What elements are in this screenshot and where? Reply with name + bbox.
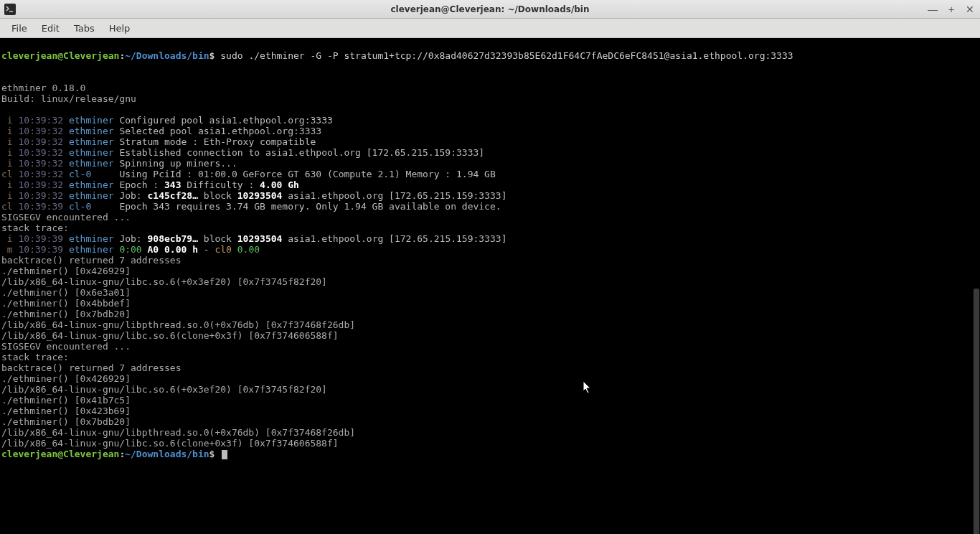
ctx: ethminer [69,190,114,201]
cat: i [1,136,13,147]
trace: /lib/x86_64-linux-gnu/libc.so.6(clone+0x… [1,438,339,449]
trace: /lib/x86_64-linux-gnu/libpthread.so.0(+0… [1,319,355,330]
trace: ./ethminer() [0x426929] [1,373,131,384]
trace: ./ethminer() [0x41b7c5] [1,395,131,406]
log-line: Configured pool asia1.ethpool.org:3333 [119,115,332,126]
metric-bold: 0.00 h [159,244,198,255]
metric: 0:00 [119,244,141,255]
trace: ./ethminer() [0x6e3a01] [1,287,131,298]
log-bold: 343 [164,179,181,190]
trace: /lib/x86_64-linux-gnu/libc.so.6(clone+0x… [1,330,339,341]
trace: /lib/x86_64-linux-gnu/libc.so.6(+0x3ef20… [1,384,327,395]
prompt-dollar: $ [209,50,215,61]
ctx: ethminer [69,158,114,169]
ts: 10:39:32 [18,115,63,126]
trace: ./ethminer() [0x7bdb20] [1,309,131,319]
trace: ./ethminer() [0x426929] [1,266,131,276]
log-line: Spinning up miners... [119,158,237,169]
scrollbar-thumb[interactable] [974,289,979,534]
backtrace-line: backtrace() returned 7 addresses [1,255,181,266]
ctx: ethminer [69,233,114,244]
log-line: Epoch : [119,179,164,190]
metric: cl0 [215,244,231,255]
stack-trace-label: stack trace: [1,222,69,233]
metric: 0.00 [232,244,260,255]
ts: 10:39:39 [18,233,63,244]
trace: /lib/x86_64-linux-gnu/libpthread.so.0(+0… [1,427,355,438]
ts: 10:39:32 [18,147,63,158]
command-text: sudo ./ethminer -G -P stratum1+tcp://0x8… [220,50,793,61]
menu-edit[interactable]: Edit [34,20,67,37]
log-line: block [198,233,237,244]
prompt-path: ~/Downloads/bin [125,50,209,61]
ctx: ethminer [69,147,114,158]
ctx: ethminer [69,115,114,126]
cat: cl [1,201,13,212]
cat: i [1,190,13,201]
log-line: - [198,244,215,255]
ts: 10:39:39 [18,201,63,212]
prompt-user-host: cleverjean@Cleverjean [1,449,119,459]
cat: i [1,233,13,244]
cat: cl [1,169,13,179]
log-bold: 10293504 [237,233,283,244]
cat: i [1,126,13,136]
ctx: ethminer [69,126,114,136]
cat: m [1,244,13,255]
log-line: Epoch 343 requires 3.74 GB memory. Only … [119,201,501,212]
stack-trace-label: stack trace: [1,352,69,362]
log-line: Selected pool asia1.ethpool.org:3333 [119,126,321,136]
close-button[interactable]: ✕ [963,3,977,16]
log-bold: 908ecb79… [148,233,198,244]
ts: 10:39:32 [18,158,63,169]
log-line: asia1.ethpool.org [172.65.215.159:3333] [282,233,507,244]
ctx: cl-0 [69,169,114,179]
menu-bar: File Edit Tabs Help [0,19,980,38]
menu-file[interactable]: File [4,20,34,37]
trace: ./ethminer() [0x7bdb20] [1,416,131,427]
cat: i [1,115,13,126]
menu-tabs[interactable]: Tabs [67,20,102,37]
backtrace-line: backtrace() returned 7 addresses [1,362,181,373]
prompt-dollar: $ [209,449,215,459]
ts: 10:39:32 [18,126,63,136]
trace: ./ethminer() [0x4bbdef] [1,298,131,309]
ctx: ethminer [69,179,114,190]
ctx: cl-0 [69,201,114,212]
sigsegv: SIGSEGV encountered ... [1,212,131,222]
cursor-block [222,450,227,459]
cat: i [1,147,13,158]
menu-help[interactable]: Help [102,20,138,37]
log-line: asia1.ethpool.org [172.65.215.159:3333] [282,190,507,201]
metric-bold: A0 [142,244,159,255]
window-titlebar: cleverjean@Cleverjean: ~/Downloads/bin —… [0,0,980,19]
cat: i [1,179,13,190]
header-version: ethminer 0.18.0 [1,83,85,93]
ctx: ethminer [69,244,114,255]
log-line: block [198,190,237,201]
scrollbar[interactable] [973,289,980,534]
maximize-button[interactable]: + [944,3,958,16]
trace: ./ethminer() [0x423b69] [1,406,131,416]
minimize-button[interactable]: — [925,3,940,16]
ctx: ethminer [69,136,114,147]
log-bold: c145cf28… [148,190,198,201]
trace: /lib/x86_64-linux-gnu/libc.so.6(+0x3ef20… [1,276,327,287]
cat: i [1,158,13,169]
ts: 10:39:32 [18,169,63,179]
ts: 10:39:39 [18,244,63,255]
log-line: Established connection to asia1.ethpool.… [119,147,484,158]
ts: 10:39:32 [18,136,63,147]
terminal-output[interactable]: cleverjean@Cleverjean:~/Downloads/bin$ s… [0,38,980,534]
prompt-path: ~/Downloads/bin [125,449,209,459]
log-line: Difficulty : [182,179,260,190]
log-bold: 4.00 Gh [260,179,299,190]
ts: 10:39:32 [18,179,63,190]
svg-rect-0 [4,4,16,15]
sigsegv: SIGSEGV encountered ... [1,341,131,352]
header-build: Build: linux/release/gnu [1,93,136,104]
log-line: Job: [119,233,147,244]
ts: 10:39:32 [18,190,63,201]
log-line: Stratum mode : Eth-Proxy compatible [119,136,316,147]
log-bold: 10293504 [237,190,283,201]
